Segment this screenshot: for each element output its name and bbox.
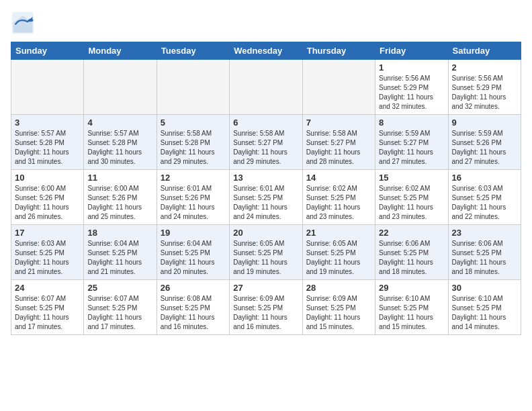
- logo-icon: [11, 11, 35, 35]
- calendar-day-11: 11Sunrise: 6:00 AMSunset: 5:26 PMDayligh…: [84, 170, 157, 225]
- calendar-week-5: 24Sunrise: 6:07 AMSunset: 5:25 PMDayligh…: [11, 280, 521, 335]
- day-info: Sunrise: 5:58 AMSunset: 5:28 PMDaylight:…: [161, 129, 226, 167]
- day-info: Sunrise: 6:05 AMSunset: 5:25 PMDaylight:…: [233, 239, 298, 277]
- day-number: 21: [306, 228, 371, 238]
- calendar-header-row: SundayMondayTuesdayWednesdayThursdayFrid…: [11, 42, 521, 60]
- calendar-day-20: 20Sunrise: 6:05 AMSunset: 5:25 PMDayligh…: [230, 225, 302, 280]
- calendar-week-4: 17Sunrise: 6:03 AMSunset: 5:25 PMDayligh…: [11, 225, 521, 280]
- day-number: 29: [379, 283, 444, 293]
- day-number: 27: [233, 283, 298, 293]
- day-info: Sunrise: 6:03 AMSunset: 5:25 PMDaylight:…: [452, 184, 517, 222]
- day-info: Sunrise: 6:10 AMSunset: 5:25 PMDaylight:…: [452, 294, 517, 332]
- calendar-day-8: 8Sunrise: 5:59 AMSunset: 5:27 PMDaylight…: [375, 115, 448, 170]
- calendar-day-19: 19Sunrise: 6:04 AMSunset: 5:25 PMDayligh…: [157, 225, 229, 280]
- day-info: Sunrise: 5:56 AMSunset: 5:29 PMDaylight:…: [379, 74, 444, 111]
- calendar-day-10: 10Sunrise: 6:00 AMSunset: 5:26 PMDayligh…: [11, 170, 84, 225]
- col-header-sunday: Sunday: [11, 42, 84, 60]
- calendar-day-17: 17Sunrise: 6:03 AMSunset: 5:25 PMDayligh…: [11, 225, 84, 280]
- calendar-week-2: 3Sunrise: 5:57 AMSunset: 5:28 PMDaylight…: [11, 115, 521, 170]
- day-number: 1: [379, 62, 444, 73]
- day-info: Sunrise: 5:58 AMSunset: 5:27 PMDaylight:…: [306, 129, 371, 167]
- calendar-day-27: 27Sunrise: 6:09 AMSunset: 5:25 PMDayligh…: [230, 280, 302, 335]
- calendar-day-5: 5Sunrise: 5:58 AMSunset: 5:28 PMDaylight…: [157, 115, 229, 170]
- day-number: 8: [379, 118, 444, 128]
- day-number: 6: [233, 118, 298, 128]
- day-number: 26: [161, 283, 226, 293]
- logo: [11, 11, 39, 35]
- calendar-day-3: 3Sunrise: 5:57 AMSunset: 5:28 PMDaylight…: [11, 115, 84, 170]
- calendar-week-3: 10Sunrise: 6:00 AMSunset: 5:26 PMDayligh…: [11, 170, 521, 225]
- calendar-day-24: 24Sunrise: 6:07 AMSunset: 5:25 PMDayligh…: [11, 280, 84, 335]
- day-number: 2: [452, 62, 517, 73]
- day-number: 15: [379, 173, 444, 183]
- day-number: 25: [87, 283, 152, 293]
- day-info: Sunrise: 6:03 AMSunset: 5:25 PMDaylight:…: [15, 239, 80, 277]
- day-number: 14: [306, 173, 371, 183]
- calendar-day-18: 18Sunrise: 6:04 AMSunset: 5:25 PMDayligh…: [84, 225, 157, 280]
- day-info: Sunrise: 6:00 AMSunset: 5:26 PMDaylight:…: [15, 184, 80, 222]
- calendar-empty-cell: [230, 60, 302, 115]
- day-info: Sunrise: 5:56 AMSunset: 5:29 PMDaylight:…: [452, 74, 517, 111]
- day-info: Sunrise: 6:07 AMSunset: 5:25 PMDaylight:…: [15, 294, 80, 332]
- col-header-wednesday: Wednesday: [230, 42, 302, 60]
- day-number: 5: [161, 118, 226, 128]
- calendar-day-30: 30Sunrise: 6:10 AMSunset: 5:25 PMDayligh…: [448, 280, 521, 335]
- day-number: 18: [87, 228, 152, 238]
- day-number: 4: [87, 118, 152, 128]
- calendar-day-12: 12Sunrise: 6:01 AMSunset: 5:26 PMDayligh…: [157, 170, 229, 225]
- page-header: [11, 11, 521, 35]
- day-number: 23: [452, 228, 517, 238]
- calendar-day-29: 29Sunrise: 6:10 AMSunset: 5:25 PMDayligh…: [375, 280, 448, 335]
- day-info: Sunrise: 6:02 AMSunset: 5:25 PMDaylight:…: [379, 184, 444, 222]
- col-header-monday: Monday: [84, 42, 157, 60]
- col-header-saturday: Saturday: [448, 42, 521, 60]
- calendar-day-13: 13Sunrise: 6:01 AMSunset: 5:25 PMDayligh…: [230, 170, 302, 225]
- col-header-thursday: Thursday: [302, 42, 375, 60]
- day-info: Sunrise: 6:01 AMSunset: 5:25 PMDaylight:…: [233, 184, 298, 222]
- calendar-empty-cell: [84, 60, 157, 115]
- day-info: Sunrise: 5:59 AMSunset: 5:26 PMDaylight:…: [452, 129, 517, 167]
- day-number: 17: [15, 228, 80, 238]
- day-info: Sunrise: 6:02 AMSunset: 5:25 PMDaylight:…: [306, 184, 371, 222]
- day-number: 12: [161, 173, 226, 183]
- calendar-day-7: 7Sunrise: 5:58 AMSunset: 5:27 PMDaylight…: [302, 115, 375, 170]
- day-info: Sunrise: 6:04 AMSunset: 5:25 PMDaylight:…: [161, 239, 226, 277]
- calendar-day-15: 15Sunrise: 6:02 AMSunset: 5:25 PMDayligh…: [375, 170, 448, 225]
- calendar-empty-cell: [157, 60, 229, 115]
- day-info: Sunrise: 6:10 AMSunset: 5:25 PMDaylight:…: [379, 294, 444, 332]
- day-number: 9: [452, 118, 517, 128]
- day-info: Sunrise: 5:57 AMSunset: 5:28 PMDaylight:…: [15, 129, 80, 167]
- day-number: 3: [15, 118, 80, 128]
- day-number: 20: [233, 228, 298, 238]
- calendar-day-26: 26Sunrise: 6:08 AMSunset: 5:25 PMDayligh…: [157, 280, 229, 335]
- day-number: 30: [452, 283, 517, 293]
- day-number: 28: [306, 283, 371, 293]
- day-info: Sunrise: 6:06 AMSunset: 5:25 PMDaylight:…: [452, 239, 517, 277]
- day-info: Sunrise: 6:01 AMSunset: 5:26 PMDaylight:…: [161, 184, 226, 222]
- day-info: Sunrise: 5:59 AMSunset: 5:27 PMDaylight:…: [379, 129, 444, 167]
- calendar-day-23: 23Sunrise: 6:06 AMSunset: 5:25 PMDayligh…: [448, 225, 521, 280]
- day-number: 10: [15, 173, 80, 183]
- calendar-day-28: 28Sunrise: 6:09 AMSunset: 5:25 PMDayligh…: [302, 280, 375, 335]
- calendar-day-14: 14Sunrise: 6:02 AMSunset: 5:25 PMDayligh…: [302, 170, 375, 225]
- calendar-day-2: 2Sunrise: 5:56 AMSunset: 5:29 PMDaylight…: [448, 60, 521, 115]
- calendar-day-16: 16Sunrise: 6:03 AMSunset: 5:25 PMDayligh…: [448, 170, 521, 225]
- day-info: Sunrise: 6:09 AMSunset: 5:25 PMDaylight:…: [233, 294, 298, 332]
- day-info: Sunrise: 6:07 AMSunset: 5:25 PMDaylight:…: [87, 294, 152, 332]
- day-info: Sunrise: 5:57 AMSunset: 5:28 PMDaylight:…: [87, 129, 152, 167]
- calendar-day-21: 21Sunrise: 6:05 AMSunset: 5:25 PMDayligh…: [302, 225, 375, 280]
- day-info: Sunrise: 6:08 AMSunset: 5:25 PMDaylight:…: [161, 294, 226, 332]
- day-number: 16: [452, 173, 517, 183]
- day-number: 24: [15, 283, 80, 293]
- calendar-empty-cell: [302, 60, 375, 115]
- calendar-day-4: 4Sunrise: 5:57 AMSunset: 5:28 PMDaylight…: [84, 115, 157, 170]
- day-number: 7: [306, 118, 371, 128]
- calendar-day-22: 22Sunrise: 6:06 AMSunset: 5:25 PMDayligh…: [375, 225, 448, 280]
- calendar-empty-cell: [11, 60, 84, 115]
- calendar-week-1: 1Sunrise: 5:56 AMSunset: 5:29 PMDaylight…: [11, 60, 521, 115]
- col-header-tuesday: Tuesday: [157, 42, 229, 60]
- day-info: Sunrise: 6:04 AMSunset: 5:25 PMDaylight:…: [87, 239, 152, 277]
- day-info: Sunrise: 6:00 AMSunset: 5:26 PMDaylight:…: [87, 184, 152, 222]
- calendar-day-1: 1Sunrise: 5:56 AMSunset: 5:29 PMDaylight…: [375, 60, 448, 115]
- calendar-day-6: 6Sunrise: 5:58 AMSunset: 5:27 PMDaylight…: [230, 115, 302, 170]
